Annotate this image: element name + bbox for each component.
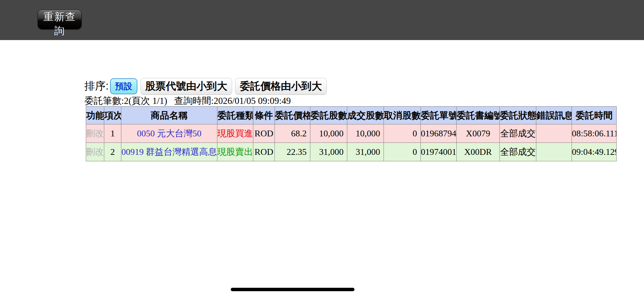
cell-order-time: 09:04:49.129 [572, 143, 617, 161]
modify-delete-link[interactable]: 刪改 [86, 143, 104, 161]
header-order-price: 委託價格 [275, 107, 310, 124]
sort-by-order-price-button[interactable]: 委託價格由小到大 [235, 78, 327, 95]
cell-filled-qty: 10,000 [347, 124, 384, 143]
header-ticket-no: 委託書編號 [457, 107, 500, 124]
sort-label: 排序: [84, 79, 109, 93]
cell-condition: ROD [253, 124, 275, 143]
header-seq: 項次 [104, 107, 121, 124]
header-order-time: 委託時間 [572, 107, 617, 124]
cell-error-msg [536, 143, 572, 161]
header-action: 功能 [86, 107, 104, 124]
header-filled-qty: 成交股數 [347, 107, 384, 124]
cell-order-status: 全部成交 [500, 124, 536, 143]
product-link[interactable]: 00919 群益台灣精選高息 [121, 143, 217, 161]
cell-order-time: 08:58:06.111 [572, 124, 617, 143]
top-toolbar: 重新查詢 [0, 0, 644, 40]
order-row-1: 刪改 1 0050 元大台灣50 現股買進 ROD 68.2 10,000 10… [86, 124, 617, 143]
modify-delete-link[interactable]: 刪改 [86, 124, 104, 143]
cell-order-price: 68.2 [275, 124, 310, 143]
header-condition: 條件 [253, 107, 275, 124]
cell-condition: ROD [253, 143, 275, 161]
home-indicator[interactable] [231, 288, 354, 291]
cell-order-no: 01974001 [421, 143, 457, 161]
cell-ticket-no: X0079 [457, 124, 500, 143]
cell-seq: 2 [104, 143, 121, 161]
table-header-row: 功能 項次 商品名稱 委託種類 條件 委託價格 委託股數 成交股數 取消股數 委… [86, 107, 617, 124]
sort-bar: 排序: 預設 股票代號由小到大 委託價格由小到大 [84, 79, 330, 94]
header-order-status: 委託狀態 [500, 107, 536, 124]
header-order-qty: 委託股數 [310, 107, 347, 124]
header-cancelled-qty: 取消股數 [384, 107, 421, 124]
order-row-2: 刪改 2 00919 群益台灣精選高息 現股賣出 ROD 22.35 31,00… [86, 143, 617, 161]
screen: 重新查詢 排序: 預設 股票代號由小到大 委託價格由小到大 委託筆數:2(頁次 … [0, 0, 644, 297]
header-order-no: 委託單號 [421, 107, 457, 124]
header-error-msg: 錯誤訊息 [536, 107, 572, 124]
cell-order-status: 全部成交 [500, 143, 536, 161]
header-order-type: 委託種類 [217, 107, 253, 124]
cell-order-type: 現股買進 [217, 124, 253, 143]
cell-filled-qty: 31,000 [347, 143, 384, 161]
sort-by-stock-code-button[interactable]: 股票代號由小到大 [140, 78, 232, 95]
cell-cancelled-qty: 0 [384, 143, 421, 161]
cell-order-type: 現股賣出 [217, 143, 253, 161]
cell-order-price: 22.35 [275, 143, 310, 161]
cell-order-no: 01968794 [421, 124, 457, 143]
query-status-line: 委託筆數:2(頁次 1/1) 查詢時間:2026/01/05 09:09:49 [84, 95, 291, 107]
requery-button[interactable]: 重新查詢 [38, 10, 82, 29]
cell-cancelled-qty: 0 [384, 124, 421, 143]
product-link[interactable]: 0050 元大台灣50 [121, 124, 217, 143]
sort-default-button[interactable]: 預設 [110, 78, 137, 94]
orders-table: 功能 項次 商品名稱 委託種類 條件 委託價格 委託股數 成交股數 取消股數 委… [86, 106, 617, 161]
cell-ticket-no: X00DR [457, 143, 500, 161]
cell-order-qty: 31,000 [310, 143, 347, 161]
cell-error-msg [536, 124, 572, 143]
header-product: 商品名稱 [121, 107, 217, 124]
cell-seq: 1 [104, 124, 121, 143]
cell-order-qty: 10,000 [310, 124, 347, 143]
